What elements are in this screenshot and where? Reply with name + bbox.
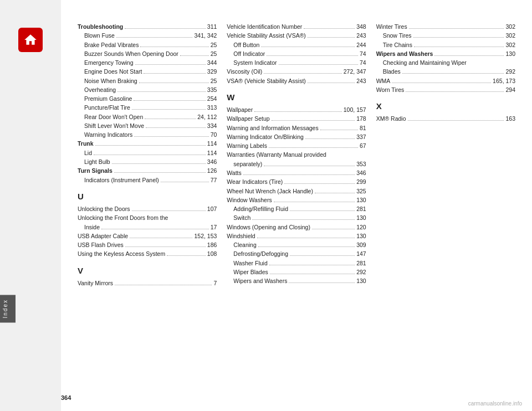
entry-dots (261, 47, 355, 47)
watermark: carmanualsonline.info (468, 400, 522, 407)
list-item: Wallpaper100, 157 (227, 105, 366, 114)
entry-num: 329 (207, 67, 217, 76)
entry-label: Wipers and Washers (233, 276, 287, 285)
columns-wrapper: Troubleshooting311Blown Fuse341, 342Brak… (78, 22, 515, 394)
list-item: separately)353 (227, 160, 366, 168)
list-item: Inside17 (78, 223, 217, 232)
list-item: Winter Tires302 (376, 22, 515, 31)
list-item: USB Adapter Cable152, 153 (78, 232, 217, 240)
entry-num: 126 (207, 166, 217, 175)
entry-num: 114 (207, 148, 217, 157)
entry-num: 243 (356, 31, 366, 40)
entry-dots (290, 255, 355, 256)
entry-label: Shift Lever Won't Move (84, 121, 144, 130)
entry-num: 25 (211, 40, 217, 49)
entry-label: Indicators (Instrument Panel) (84, 176, 159, 184)
home-icon[interactable] (18, 28, 43, 52)
entry-num: 70 (211, 130, 217, 139)
entry-dots (290, 210, 355, 211)
entry-dots (269, 147, 358, 148)
entry-num: 7 (213, 279, 217, 287)
entry-label: Inside (84, 223, 100, 232)
entry-num: 81 (360, 124, 366, 132)
entry-label: Adding/Refilling Fluid (233, 204, 288, 213)
entry-dots (272, 120, 355, 121)
list-item: Puncture/Flat Tire313 (78, 103, 217, 112)
entry-dots (305, 138, 355, 139)
entry-num: 294 (505, 85, 515, 94)
entry-label: Wallpaper Setup (227, 114, 269, 123)
entry-label: Windows (Opening and Closing) (227, 223, 310, 232)
entry-dots (308, 37, 355, 38)
entry-label: USB Adapter Cable (78, 232, 128, 240)
list-item: Using the Keyless Access System108 (78, 249, 217, 258)
entry-label: Turn Signals (78, 166, 112, 175)
entry-label: Warning Labels (227, 141, 267, 150)
entry-dots (270, 274, 355, 274)
entry-num: 178 (356, 114, 366, 123)
entry-dots (414, 47, 504, 47)
entry-label: Switch (233, 213, 250, 222)
entry-dots (406, 91, 504, 92)
entry-dots (267, 55, 358, 56)
column-3: Winter Tires302Snow Tires302Tire Chains3… (376, 22, 515, 394)
entry-label: Cleaning (233, 240, 256, 249)
entry-label: Winter Tires (376, 22, 407, 31)
list-item: Wear Indicators (Tire)299 (227, 177, 366, 186)
entry-dots (146, 127, 206, 128)
entry-label: Engine Does Not Start (84, 67, 142, 76)
entry-dots (392, 83, 491, 83)
list-item: Wipers and Washers130 (227, 276, 366, 285)
entry-dots (264, 73, 341, 74)
entry-label: Blades (383, 67, 401, 76)
entry-num: 344 (207, 58, 217, 67)
letter-heading: W (227, 91, 366, 104)
entry-dots (274, 202, 355, 202)
entry-label: Trunk (78, 139, 94, 148)
entry-label: Wipers and Washers (376, 49, 433, 58)
entry-dots (117, 91, 206, 92)
list-item: Off Button244 (227, 40, 366, 49)
entry-label: Snow Tires (383, 31, 412, 40)
entry-label: USB Flash Drives (78, 240, 124, 249)
column-1: Troubleshooting311Blown Fuse341, 342Brak… (78, 22, 227, 394)
house-svg (23, 33, 38, 47)
entry-dots (112, 163, 206, 164)
list-item: Overheating335 (78, 85, 217, 94)
entry-num: 311 (207, 22, 217, 31)
entry-dots (114, 172, 206, 173)
entry-num: 346 (207, 157, 217, 166)
page-container: Index Troubleshooting311Blown Fuse341, 3… (0, 0, 532, 411)
list-item: Shift Lever Won't Move334 (78, 121, 217, 130)
entry-num: 74 (360, 49, 366, 58)
entry-dots (284, 183, 355, 184)
entry-num: 243 (356, 76, 366, 85)
entry-label: Emergency Towing (84, 58, 134, 67)
entry-dots (180, 55, 209, 56)
list-item: Warranties (Warranty Manual provided (227, 150, 366, 159)
entry-label: Defrosting/Defogging (233, 249, 288, 258)
entry-dots (308, 83, 355, 83)
list-item: Wallpaper Setup178 (227, 114, 366, 123)
entry-label: Buzzer Sounds When Opening Door (84, 49, 178, 58)
list-item: Window Washers130 (227, 196, 366, 204)
entry-dots (115, 285, 212, 285)
entry-num: 309 (356, 240, 366, 249)
entry-num: 130 (356, 213, 366, 222)
entry-label: Windshield (227, 232, 255, 240)
entry-label: Blown Fuse (84, 31, 115, 40)
entry-num: 130 (356, 196, 366, 204)
list-item: Emergency Towing344 (78, 58, 217, 67)
entry-num: 165, 173 (493, 76, 515, 85)
entry-dots (132, 109, 206, 110)
entry-label: System Indicator (233, 58, 277, 67)
entry-num: 334 (207, 121, 217, 130)
entry-num: 299 (356, 177, 366, 186)
entry-dots (402, 73, 504, 74)
main-content: Troubleshooting311Blown Fuse341, 342Brak… (61, 0, 532, 411)
left-sidebar: Index (0, 0, 61, 411)
entry-dots (161, 182, 209, 182)
list-item: Warning and Information Messages81 (227, 124, 366, 132)
entry-num: 24, 112 (197, 112, 217, 121)
entry-label: Off Indicator (233, 49, 265, 58)
